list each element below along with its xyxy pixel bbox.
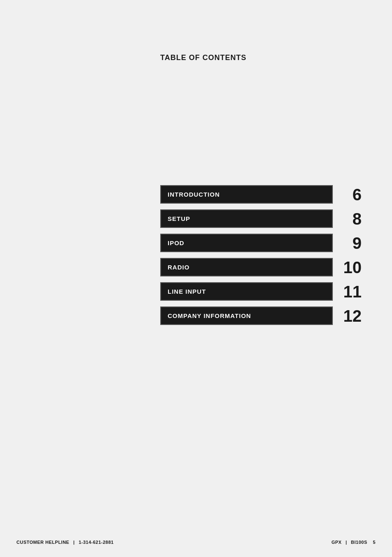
toc-entry: COMPANY INFORMATION12 — [160, 306, 362, 325]
toc-entry-label: SETUP — [160, 209, 333, 228]
helpline-divider: | — [73, 540, 75, 545]
toc-entry-page: 6 — [333, 186, 362, 203]
toc-entry-page: 8 — [333, 211, 362, 227]
toc-entry-label: IPOD — [160, 234, 333, 252]
page: TABLE OF CONTENTS INTRODUCTION6SETUP8IPO… — [0, 0, 392, 557]
toc-entry-page: 11 — [333, 283, 362, 300]
model: BI100S — [351, 540, 367, 545]
footer-separator: | — [346, 540, 347, 545]
toc-entry: INTRODUCTION6 — [160, 185, 362, 204]
footer-helpline: CUSTOMER HELPLINE | 1-314-621-2881 — [16, 540, 114, 545]
footer-brand-info: GPX | BI100S 5 — [332, 540, 376, 545]
toc-entry-page: 10 — [333, 259, 362, 276]
brand: GPX — [332, 540, 342, 545]
toc-entry-page: 12 — [333, 308, 362, 324]
footer: CUSTOMER HELPLINE | 1-314-621-2881 GPX |… — [0, 540, 392, 545]
toc-entry-label: INTRODUCTION — [160, 185, 333, 204]
toc-entry: LINE INPUT11 — [160, 282, 362, 301]
toc-entry-label: RADIO — [160, 258, 333, 276]
page-number: 5 — [373, 540, 376, 545]
toc-entry: SETUP8 — [160, 209, 362, 228]
toc-entry-label: LINE INPUT — [160, 282, 333, 301]
toc-entries: INTRODUCTION6SETUP8IPOD9RADIO10LINE INPU… — [160, 185, 362, 325]
toc-entry: RADIO10 — [160, 258, 362, 276]
page-title: TABLE OF CONTENTS — [160, 53, 247, 62]
toc-entry-page: 9 — [333, 235, 362, 251]
toc-entry: IPOD9 — [160, 234, 362, 252]
helpline-label: CUSTOMER HELPLINE — [16, 540, 69, 545]
helpline-number: 1-314-621-2881 — [78, 540, 113, 545]
toc-entry-label: COMPANY INFORMATION — [160, 306, 333, 325]
